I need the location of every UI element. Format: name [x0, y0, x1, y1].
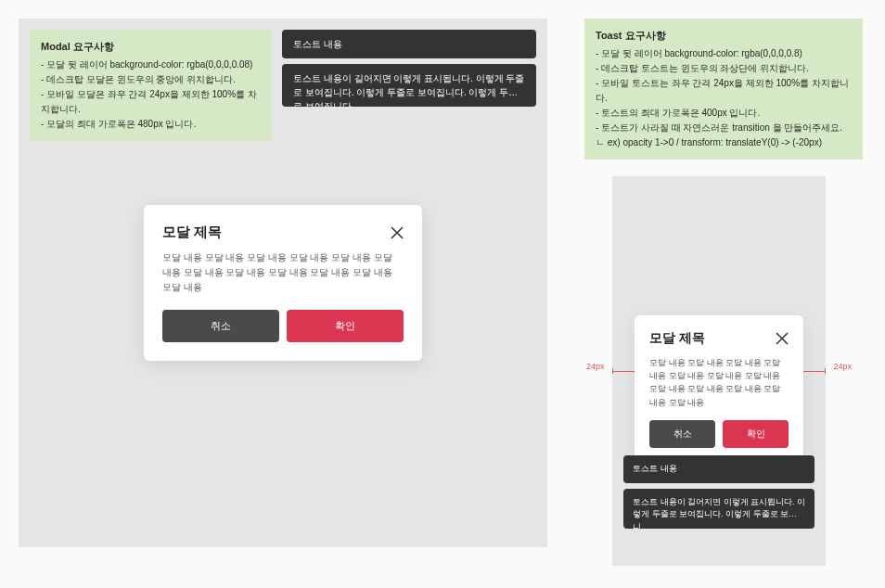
modal-note-line: - 데스크탑 모달은 윈도우의 중앙에 위치합니다.: [41, 72, 260, 87]
mobile-modal-dialog: 모달 제목 모달 내용 모달 내용 모달 내용 모달 내용 모달 내용 모달 내…: [635, 315, 803, 464]
mobile-modal-body: 모달 내용 모달 내용 모달 내용 모달 내용 모달 내용 모달 내용 모달 내…: [649, 356, 789, 410]
modal-body: 모달 내용 모달 내용 모달 내용 모달 내용 모달 내용 모달 내용 모달 내…: [162, 250, 404, 295]
modal-note-line: - 모바일 모달은 좌우 간격 24px을 제외한 100%를 차지합니다.: [41, 87, 260, 117]
desktop-artboard: Modal 요구사항 - 모달 뒷 레이어 background-color: …: [19, 19, 547, 547]
modal-title: 모달 제목: [162, 224, 222, 241]
mobile-toast-stack: 토스트 내용 토스트 내용이 길어지면 이렇게 표시됩니다. 이렇게 두줄로 보…: [623, 455, 814, 529]
cancel-button[interactable]: 취소: [649, 420, 715, 448]
toast-note-line: - 토스트의 최대 가로폭은 400px 입니다.: [596, 106, 852, 121]
guide-tick: [612, 368, 613, 374]
guide-tick: [825, 368, 826, 374]
close-icon[interactable]: [391, 226, 404, 239]
toast-requirements-note: Toast 요구사항 - 모달 뒷 레이어 background-color: …: [584, 19, 863, 160]
toast-note-title: Toast 요구사항: [596, 28, 852, 45]
toast-note-line: - 모바일 토스트는 좌우 간격 24px을 제외한 100%를 차지합니다.: [596, 76, 852, 106]
modal-note-line: - 모달 뒷 레이어 background-color: rgba(0,0,0,…: [41, 58, 260, 72]
guide-line-left: [612, 371, 635, 372]
mobile-artboard: 24px 24px 모달 제목 모달 내용 모달 내용 모달 내용 모달 내용 …: [612, 176, 826, 566]
confirm-button[interactable]: 확인: [723, 420, 789, 448]
toast-note-line: - 데스크탑 토스트는 윈도우의 좌상단에 위치합니다.: [596, 61, 852, 76]
guide-label-left: 24px: [586, 362, 605, 371]
guide-line-right: [803, 371, 826, 372]
toast-short[interactable]: 토스트 내용: [282, 30, 536, 58]
toast-note-line: ㄴ ex) opacity 1->0 / transform: translat…: [596, 135, 852, 150]
mobile-toast-short[interactable]: 토스트 내용: [623, 455, 814, 483]
mobile-modal-title: 모달 제목: [649, 330, 705, 347]
close-icon[interactable]: [776, 332, 789, 345]
guide-label-right: 24px: [833, 362, 852, 371]
toast-note-line: - 토스트가 사라질 때 자연스러운 transition 을 만들어주세요.: [596, 121, 852, 135]
toast-note-line: - 모달 뒷 레이어 background-color: rgba(0,0,0,…: [596, 46, 852, 61]
modal-note-line: - 모달의 최대 가로폭은 480px 입니다.: [41, 117, 260, 132]
mobile-toast-long[interactable]: 토스트 내용이 길어지면 이렇게 표시됩니다. 이렇게 두줄로 보여집니다. 이…: [623, 489, 814, 529]
cancel-button[interactable]: 취소: [162, 310, 279, 342]
modal-note-title: Modal 요구사항: [41, 39, 260, 56]
modal-dialog: 모달 제목 모달 내용 모달 내용 모달 내용 모달 내용 모달 내용 모달 내…: [144, 205, 422, 361]
modal-requirements-note: Modal 요구사항 - 모달 뒷 레이어 background-color: …: [30, 30, 271, 141]
confirm-button[interactable]: 확인: [287, 310, 404, 342]
toast-long[interactable]: 토스트 내용이 길어지면 이렇게 표시됩니다. 이렇게 두줄로 보여집니다. 이…: [282, 64, 536, 107]
desktop-toast-stack: 토스트 내용 토스트 내용이 길어지면 이렇게 표시됩니다. 이렇게 두줄로 보…: [282, 30, 536, 107]
